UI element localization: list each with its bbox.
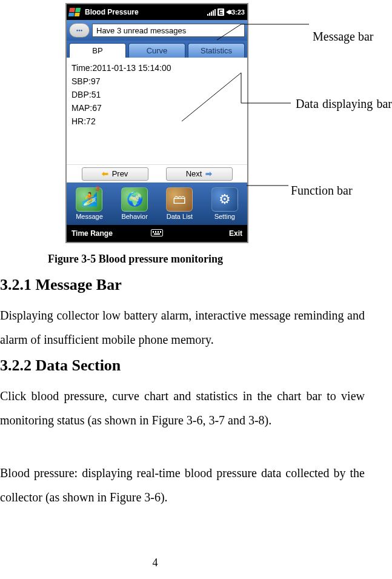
func-setting[interactable]: ⚙ Setting <box>211 187 238 220</box>
data-dbp: DBP:51 <box>71 88 242 101</box>
status-icons: E 3:23 <box>207 8 245 16</box>
softkey-exit[interactable]: Exit <box>169 229 247 238</box>
tab-bp[interactable]: BP <box>69 43 126 58</box>
arrow-right-icon: ➡ <box>205 169 212 178</box>
message-bar: ••• Have 3 unread messages <box>67 20 247 41</box>
data-sbp: SBP:97 <box>71 75 242 88</box>
data-time: Time:2011-01-13 15:14:00 <box>71 61 242 75</box>
phone-screenshot: Blood Pressure E 3:23 ••• Have 3 unread … <box>65 3 248 243</box>
data-display-area: Time:2011-01-13 15:14:00 SBP:97 DBP:51 M… <box>67 58 247 164</box>
prev-label: Prev <box>112 169 128 178</box>
behavior-icon: 🌍 <box>121 187 148 212</box>
softkey-bar: Time Range Exit <box>67 225 247 242</box>
para-data-section-2: Blood pressure: displaying real-time blo… <box>0 461 365 509</box>
prev-button[interactable]: ⬅ Prev <box>82 167 148 181</box>
page-number: 4 <box>0 557 310 569</box>
softkey-keyboard[interactable] <box>145 229 169 238</box>
heading-message-bar: 3.2.1 Message Bar <box>0 276 365 294</box>
func-behavior-label: Behavior <box>121 213 147 220</box>
message-bar-text[interactable]: Have 3 unread messages <box>92 24 245 37</box>
heading-data-section: 3.2.2 Data Section <box>0 356 365 375</box>
softkey-time-range[interactable]: Time Range <box>67 229 145 238</box>
function-bar: 🏄 3 Message 🌍 Behavior 🗃 Data List ⚙ Set… <box>67 182 247 225</box>
phone-status-bar: Blood Pressure E 3:23 <box>67 4 247 20</box>
message-bar-icon[interactable]: ••• <box>69 23 90 38</box>
anno-message-bar: Message bar <box>313 27 385 46</box>
data-hr: HR:72 <box>71 115 242 128</box>
nav-row: ⬅ Prev Next ➡ <box>67 164 247 182</box>
speaker-icon <box>226 10 230 15</box>
setting-icon: ⚙ <box>211 187 238 212</box>
next-label: Next <box>186 169 202 178</box>
figure-caption: Figure 3-5 Blood pressure monitoring <box>48 253 223 266</box>
signal-icon <box>207 8 216 16</box>
anno-function-bar: Function bar <box>291 181 353 200</box>
arrow-left-icon: ⬅ <box>102 169 108 178</box>
status-title: Blood Pressure <box>85 8 139 16</box>
tab-statistics[interactable]: Statistics <box>188 43 245 58</box>
para-data-section-1: Click blood pressure, curve chart and st… <box>0 384 365 432</box>
func-datalist[interactable]: 🗃 Data List <box>166 187 193 220</box>
status-time: 3:23 <box>231 8 245 16</box>
tabs-row: BP Curve Statistics <box>67 41 247 58</box>
message-badge: 3 <box>96 185 99 192</box>
next-button[interactable]: Next ➡ <box>166 167 233 181</box>
keyboard-icon <box>151 229 163 236</box>
windows-logo-icon <box>68 8 81 16</box>
data-map: MAP:67 <box>71 101 242 115</box>
func-datalist-label: Data List <box>167 213 193 220</box>
func-setting-label: Setting <box>214 213 235 220</box>
func-message[interactable]: 🏄 3 Message <box>76 187 103 220</box>
func-message-label: Message <box>76 213 103 220</box>
anno-data-bar: Data displaying bar <box>296 94 392 113</box>
datalist-icon: 🗃 <box>166 187 193 212</box>
tab-curve[interactable]: Curve <box>128 43 185 58</box>
network-e-icon: E <box>218 8 224 16</box>
page: Blood Pressure E 3:23 ••• Have 3 unread … <box>0 0 392 579</box>
func-behavior[interactable]: 🌍 Behavior <box>121 187 148 220</box>
para-message-bar: Displaying collector low battery alarm, … <box>0 303 365 352</box>
